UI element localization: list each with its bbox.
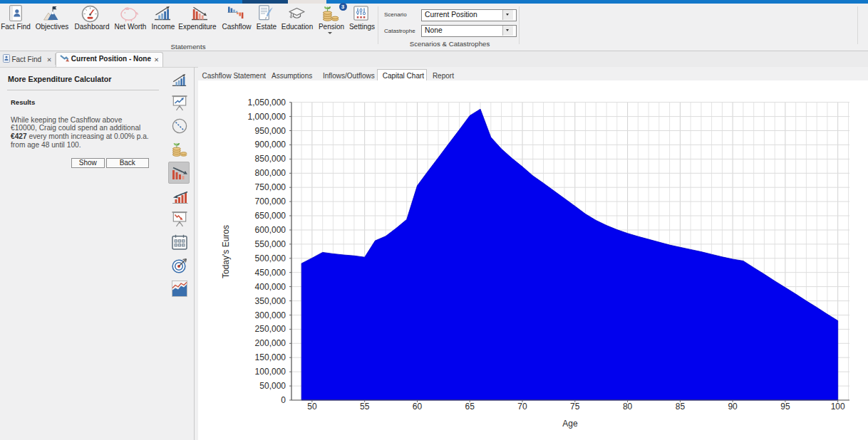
svg-text:50: 50 [307,402,317,412]
svg-text:65: 65 [465,402,475,412]
svg-text:850,000: 850,000 [255,154,286,164]
svg-text:0: 0 [281,395,286,405]
svg-text:70: 70 [517,402,527,412]
svg-text:1,050,000: 1,050,000 [248,98,286,108]
svg-text:350,000: 350,000 [255,296,286,306]
svg-text:900,000: 900,000 [255,140,286,150]
svg-text:60: 60 [413,402,423,412]
svg-text:250,000: 250,000 [255,324,286,334]
svg-text:100,000: 100,000 [255,367,286,377]
svg-text:200,000: 200,000 [255,338,286,348]
svg-text:450,000: 450,000 [255,268,286,278]
svg-text:90: 90 [728,402,738,412]
svg-text:950,000: 950,000 [255,126,286,136]
svg-text:Age: Age [562,419,578,429]
svg-text:550,000: 550,000 [255,239,286,249]
svg-text:100: 100 [831,402,845,412]
svg-text:1,000,000: 1,000,000 [248,112,286,122]
svg-text:55: 55 [360,402,370,412]
svg-text:150,000: 150,000 [255,352,286,362]
svg-text:800,000: 800,000 [255,168,286,178]
svg-text:95: 95 [780,402,790,412]
svg-text:Today's Euros: Today's Euros [221,225,231,278]
svg-text:75: 75 [570,402,580,412]
svg-text:750,000: 750,000 [255,182,286,192]
svg-text:80: 80 [623,402,633,412]
svg-text:600,000: 600,000 [255,225,286,235]
svg-text:400,000: 400,000 [255,282,286,292]
svg-text:85: 85 [676,402,686,412]
svg-text:650,000: 650,000 [255,211,286,221]
svg-text:700,000: 700,000 [255,197,286,206]
svg-text:50,000: 50,000 [259,381,286,391]
svg-text:300,000: 300,000 [255,310,286,320]
svg-text:500,000: 500,000 [255,253,286,263]
